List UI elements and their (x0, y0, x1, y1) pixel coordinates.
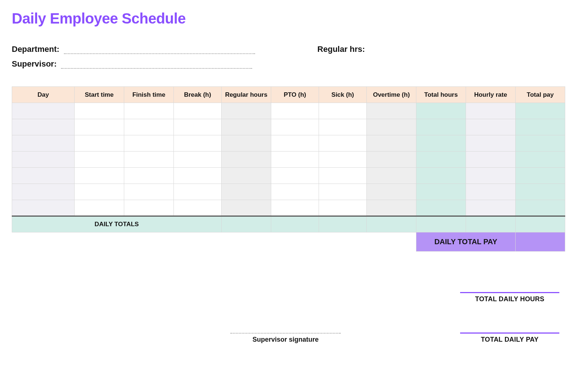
cell-pto[interactable] (271, 184, 319, 200)
cell-hourly-rate[interactable] (466, 168, 516, 184)
cell-sick[interactable] (319, 103, 367, 119)
cell-start-time[interactable] (75, 119, 124, 135)
cell-hourly-rate[interactable] (466, 103, 516, 119)
cell-finish-time[interactable] (124, 119, 174, 135)
supervisor-signature: Supervisor signature (230, 333, 341, 344)
cell-total-pay[interactable] (516, 103, 565, 119)
th-break: Break (h) (174, 87, 222, 103)
cell-overtime[interactable] (367, 119, 416, 135)
cell-sick[interactable] (319, 135, 367, 152)
cell-total-pay[interactable] (516, 200, 565, 216)
page-title: Daily Employee Schedule (12, 10, 576, 27)
cell-start-time[interactable] (75, 168, 124, 184)
cell-start-time[interactable] (75, 200, 124, 216)
cell-day[interactable] (12, 200, 75, 216)
cell-overtime[interactable] (367, 168, 416, 184)
cell-overtime[interactable] (367, 184, 416, 200)
cell-sick[interactable] (319, 119, 367, 135)
totals-regular-hours (222, 216, 271, 232)
daily-total-pay-label: DAILY TOTAL PAY (416, 232, 516, 252)
th-overtime: Overtime (h) (367, 87, 416, 103)
cell-pto[interactable] (271, 200, 319, 216)
cell-total-pay[interactable] (516, 135, 565, 152)
cell-day[interactable] (12, 119, 75, 135)
supervisor-signature-line[interactable] (230, 333, 341, 334)
cell-hourly-rate[interactable] (466, 119, 516, 135)
cell-total-hours[interactable] (416, 103, 466, 119)
cell-break[interactable] (174, 119, 222, 135)
th-total-pay: Total pay (516, 87, 565, 103)
cell-total-pay[interactable] (516, 168, 565, 184)
cell-break[interactable] (174, 200, 222, 216)
cell-start-time[interactable] (75, 152, 124, 168)
total-daily-hours: TOTAL DAILY HOURS (460, 292, 559, 303)
supervisor-input-line[interactable] (61, 61, 252, 69)
supervisor-label: Supervisor: (12, 59, 57, 69)
department-input-line[interactable] (64, 46, 255, 54)
cell-overtime[interactable] (367, 200, 416, 216)
cell-regular-hours[interactable] (222, 168, 271, 184)
cell-day[interactable] (12, 135, 75, 152)
th-finish-time: Finish time (124, 87, 174, 103)
table-row (12, 168, 565, 184)
cell-regular-hours[interactable] (222, 152, 271, 168)
cell-finish-time[interactable] (124, 168, 174, 184)
cell-start-time[interactable] (75, 103, 124, 119)
cell-sick[interactable] (319, 184, 367, 200)
cell-pto[interactable] (271, 135, 319, 152)
cell-regular-hours[interactable] (222, 184, 271, 200)
cell-sick[interactable] (319, 168, 367, 184)
cell-hourly-rate[interactable] (466, 152, 516, 168)
cell-break[interactable] (174, 184, 222, 200)
cell-finish-time[interactable] (124, 103, 174, 119)
total-daily-hours-label: TOTAL DAILY HOURS (460, 295, 559, 303)
cell-hourly-rate[interactable] (466, 184, 516, 200)
cell-total-hours[interactable] (416, 119, 466, 135)
cell-total-pay[interactable] (516, 184, 565, 200)
cell-day[interactable] (12, 168, 75, 184)
cell-hourly-rate[interactable] (466, 135, 516, 152)
cell-sick[interactable] (319, 152, 367, 168)
cell-finish-time[interactable] (124, 152, 174, 168)
cell-finish-time[interactable] (124, 200, 174, 216)
cell-total-pay[interactable] (516, 152, 565, 168)
th-total-hours: Total hours (416, 87, 466, 103)
cell-pto[interactable] (271, 168, 319, 184)
cell-day[interactable] (12, 152, 75, 168)
cell-break[interactable] (174, 152, 222, 168)
cell-total-hours[interactable] (416, 135, 466, 152)
cell-start-time[interactable] (75, 135, 124, 152)
cell-total-hours[interactable] (416, 168, 466, 184)
cell-day[interactable] (12, 184, 75, 200)
cell-pto[interactable] (271, 152, 319, 168)
cell-start-time[interactable] (75, 184, 124, 200)
table-row (12, 152, 565, 168)
totals-hourly-rate (466, 216, 516, 232)
cell-overtime[interactable] (367, 103, 416, 119)
th-start-time: Start time (75, 87, 124, 103)
cell-total-hours[interactable] (416, 184, 466, 200)
cell-finish-time[interactable] (124, 135, 174, 152)
cell-pto[interactable] (271, 119, 319, 135)
cell-overtime[interactable] (367, 135, 416, 152)
cell-hourly-rate[interactable] (466, 200, 516, 216)
cell-regular-hours[interactable] (222, 119, 271, 135)
cell-total-hours[interactable] (416, 200, 466, 216)
cell-break[interactable] (174, 135, 222, 152)
table-header-row: Day Start time Finish time Break (h) Reg… (12, 87, 565, 103)
department-field: Department: (12, 45, 255, 54)
cell-regular-hours[interactable] (222, 200, 271, 216)
cell-break[interactable] (174, 103, 222, 119)
cell-overtime[interactable] (367, 152, 416, 168)
cell-regular-hours[interactable] (222, 103, 271, 119)
cell-day[interactable] (12, 103, 75, 119)
cell-total-hours[interactable] (416, 152, 466, 168)
cell-pto[interactable] (271, 103, 319, 119)
totals-total-hours (416, 216, 466, 232)
totals-total-pay (516, 216, 565, 232)
cell-sick[interactable] (319, 200, 367, 216)
cell-regular-hours[interactable] (222, 135, 271, 152)
cell-finish-time[interactable] (124, 184, 174, 200)
cell-break[interactable] (174, 168, 222, 184)
cell-total-pay[interactable] (516, 119, 565, 135)
